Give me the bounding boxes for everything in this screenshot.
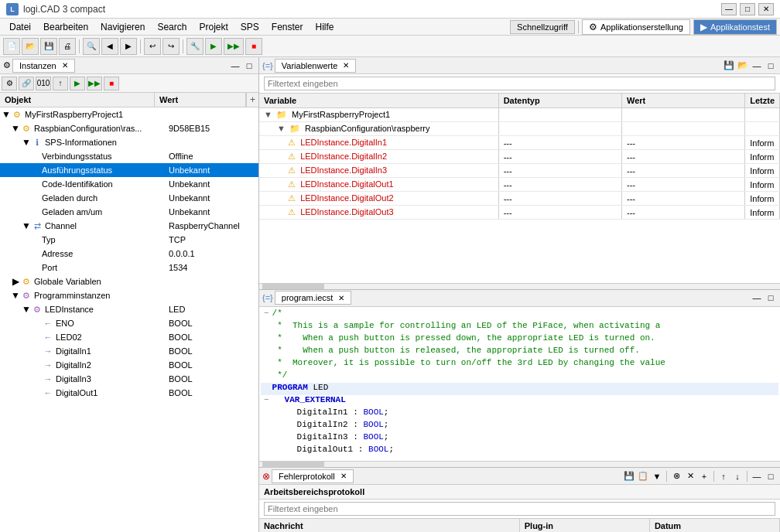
code-max-btn[interactable]: □ bbox=[765, 292, 777, 304]
var-row-ledi3[interactable]: ⚠ LEDInstance.DigitalIn3 --- --- Inform bbox=[259, 164, 780, 178]
var-table[interactable]: Variable Datentyp Wert Letzte ▼ 📁 bbox=[259, 94, 780, 283]
schnellzugriff-button[interactable]: Schnellzugriff bbox=[510, 20, 575, 34]
code-min-btn[interactable]: — bbox=[751, 292, 763, 304]
var-row-raspi[interactable]: ▼ 📁 RaspbianConfiguration\raspberry bbox=[259, 122, 780, 136]
instanzen-min-btn[interactable]: — bbox=[229, 60, 241, 72]
error-btn-1[interactable]: 💾 bbox=[623, 470, 635, 483]
toolbar-redo[interactable]: ↪ bbox=[162, 38, 180, 55]
menu-search[interactable]: Search bbox=[151, 20, 193, 34]
var-open-btn[interactable]: 📂 bbox=[737, 60, 749, 72]
tree-row-din1[interactable]: → DigitalIn1 BOOL bbox=[0, 344, 258, 358]
close-button[interactable]: ✕ bbox=[758, 3, 774, 15]
lt-btn-2[interactable]: 🔗 bbox=[19, 77, 34, 90]
var-filter-input[interactable] bbox=[264, 77, 775, 90]
menu-datei[interactable]: Datei bbox=[3, 20, 37, 34]
var-row-ledi2[interactable]: ⚠ LEDInstance.DigitalIn2 --- --- Inform bbox=[259, 150, 780, 164]
fold-var[interactable]: − bbox=[264, 395, 269, 404]
lt-btn-3[interactable]: 010 bbox=[36, 77, 51, 90]
tree-row-verbindung[interactable]: Verbindungsstatus Offline bbox=[0, 149, 258, 163]
var-max-btn[interactable]: □ bbox=[765, 60, 777, 72]
tree-row-ledinstance[interactable]: ▼ ⚙ LEDInstance LED bbox=[0, 302, 258, 316]
tree-row-programm[interactable]: ▼ ⚙ Programminstanzen bbox=[0, 288, 258, 302]
tree-row-globalvars[interactable]: ▶ ⚙ Globale Variablen bbox=[0, 275, 258, 288]
tree-row-ausfuehrung[interactable]: Ausführungsstatus Unbekannt bbox=[0, 163, 258, 177]
fehlerprotokoll-tab[interactable]: Fehlerprotokoll ✕ bbox=[272, 469, 354, 483]
toggle-sps[interactable]: ▼ bbox=[22, 137, 31, 148]
toolbar-run[interactable]: ▶ bbox=[205, 38, 222, 55]
tree-area[interactable]: ▼ ⚙ MyFirstRaspberryProject1 ▼ ⚙ Raspbia… bbox=[0, 107, 258, 532]
add-col-btn[interactable]: + bbox=[246, 93, 258, 107]
tree-row-din2[interactable]: → DigitalIn2 BOOL bbox=[0, 358, 258, 372]
error-min-btn[interactable]: — bbox=[751, 470, 763, 483]
var-row-ledo1[interactable]: ⚠ LEDInstance.DigitalOut1 --- --- Inform bbox=[259, 178, 780, 192]
var-min-btn[interactable]: — bbox=[751, 60, 763, 72]
instanzen-max-btn[interactable]: □ bbox=[243, 60, 255, 72]
code-tab-close[interactable]: ✕ bbox=[338, 294, 344, 302]
toggle-globalvars[interactable]: ▶ bbox=[11, 276, 20, 287]
toolbar-compile[interactable]: 🔧 bbox=[186, 38, 204, 55]
code-content[interactable]: − /* * This is a sample for controlling … bbox=[259, 307, 780, 461]
menu-projekt[interactable]: Projekt bbox=[193, 20, 234, 34]
tree-row-din3[interactable]: → DigitalIn3 BOOL bbox=[0, 372, 258, 386]
var-row-ledi1[interactable]: ⚠ LEDInstance.DigitalIn1 --- --- Inform bbox=[259, 136, 780, 150]
toolbar-open[interactable]: 📂 bbox=[22, 38, 39, 55]
tree-row-typ[interactable]: Typ TCP bbox=[0, 233, 258, 247]
error-btn-6[interactable]: + bbox=[698, 470, 710, 483]
toggle-project[interactable]: ▼ bbox=[2, 109, 11, 120]
lt-btn-4[interactable]: ↑ bbox=[53, 77, 68, 90]
error-table[interactable]: Nachricht Plug-in Datum bbox=[259, 519, 780, 532]
toolbar-undo[interactable]: ↩ bbox=[144, 38, 161, 55]
var-row-ledo3[interactable]: ⚠ LEDInstance.DigitalOut3 --- --- Inform bbox=[259, 206, 780, 220]
tree-row-raspi[interactable]: ▼ ⚙ RaspbianConfiguration\ras... 9D58EB1… bbox=[0, 121, 258, 135]
tree-row-led02[interactable]: ← LED02 BOOL bbox=[0, 330, 258, 344]
fold-comment[interactable]: − bbox=[264, 309, 269, 318]
toolbar-arrow2[interactable]: ▶ bbox=[120, 38, 137, 55]
tree-row-project[interactable]: ▼ ⚙ MyFirstRaspberryProject1 bbox=[0, 107, 258, 121]
maximize-button[interactable]: □ bbox=[740, 3, 755, 15]
toolbar-arrow1[interactable]: ◀ bbox=[101, 38, 118, 55]
error-max-btn[interactable]: □ bbox=[765, 470, 777, 483]
toolbar-new[interactable]: 📄 bbox=[3, 38, 20, 55]
menu-sps[interactable]: SPS bbox=[234, 20, 265, 34]
error-btn-7[interactable]: ↑ bbox=[717, 470, 730, 483]
error-btn-3[interactable]: ▼ bbox=[651, 470, 663, 483]
error-btn-4[interactable]: ⊗ bbox=[670, 470, 682, 483]
var-hscroll[interactable] bbox=[259, 283, 780, 289]
lt-btn-1[interactable]: ⚙ bbox=[2, 77, 17, 90]
error-filter-input[interactable] bbox=[264, 502, 775, 516]
lt-btn-play[interactable]: ▶ bbox=[70, 77, 85, 90]
minimize-button[interactable]: — bbox=[721, 3, 737, 15]
menu-navigieren[interactable]: Navigieren bbox=[94, 20, 151, 34]
variablenwerte-tab[interactable]: Variablenwerte ✕ bbox=[275, 59, 357, 73]
var-save-btn[interactable]: 💾 bbox=[723, 60, 735, 72]
lt-btn-stop[interactable]: ■ bbox=[104, 77, 119, 90]
tree-row-code[interactable]: Code-Identifikation Unbekannt bbox=[0, 177, 258, 191]
tree-row-dout1[interactable]: ← DigitalOut1 BOOL bbox=[0, 386, 258, 400]
toolbar-save[interactable]: 💾 bbox=[40, 38, 57, 55]
var-hscroll-thumb[interactable] bbox=[262, 283, 324, 289]
expand-raspi[interactable]: ▼ bbox=[277, 124, 286, 133]
applikationserstellung-tab[interactable]: ⚙ Applikationserstellung bbox=[582, 19, 690, 35]
toolbar-stop[interactable]: ■ bbox=[245, 38, 262, 55]
code-hscroll-thumb[interactable] bbox=[262, 462, 324, 468]
tree-row-eno[interactable]: ← ENO BOOL bbox=[0, 316, 258, 330]
error-tab-close[interactable]: ✕ bbox=[340, 472, 347, 480]
tree-row-geladenam[interactable]: Geladen am/um Unbekannt bbox=[0, 205, 258, 219]
toggle-programm[interactable]: ▼ bbox=[11, 290, 20, 301]
tree-row-channel[interactable]: ▼ ⇄ Channel RaspberryChannel bbox=[0, 219, 258, 233]
toolbar-run2[interactable]: ▶▶ bbox=[224, 38, 244, 55]
var-row-proj[interactable]: ▼ 📁 MyFirstRaspberryProject1 bbox=[259, 108, 780, 122]
menu-fenster[interactable]: Fenster bbox=[265, 20, 310, 34]
var-tab-close[interactable]: ✕ bbox=[343, 61, 349, 70]
instanzen-tab[interactable]: Instanzen ✕ bbox=[12, 59, 75, 73]
expand-proj[interactable]: ▼ bbox=[264, 110, 272, 119]
code-hscroll[interactable] bbox=[259, 461, 780, 467]
tree-row-adresse[interactable]: Adresse 0.0.0.1 bbox=[0, 247, 258, 261]
applikationstest-tab[interactable]: ▶ Applikationstest bbox=[693, 19, 777, 35]
toolbar-search[interactable]: 🔍 bbox=[83, 38, 100, 55]
error-btn-2[interactable]: 📋 bbox=[637, 470, 649, 483]
var-row-ledo2[interactable]: ⚠ LEDInstance.DigitalOut2 --- --- Inform bbox=[259, 192, 780, 206]
toggle-raspi[interactable]: ▼ bbox=[11, 123, 20, 134]
toggle-channel[interactable]: ▼ bbox=[22, 220, 31, 231]
lt-btn-play2[interactable]: ▶▶ bbox=[87, 77, 102, 90]
